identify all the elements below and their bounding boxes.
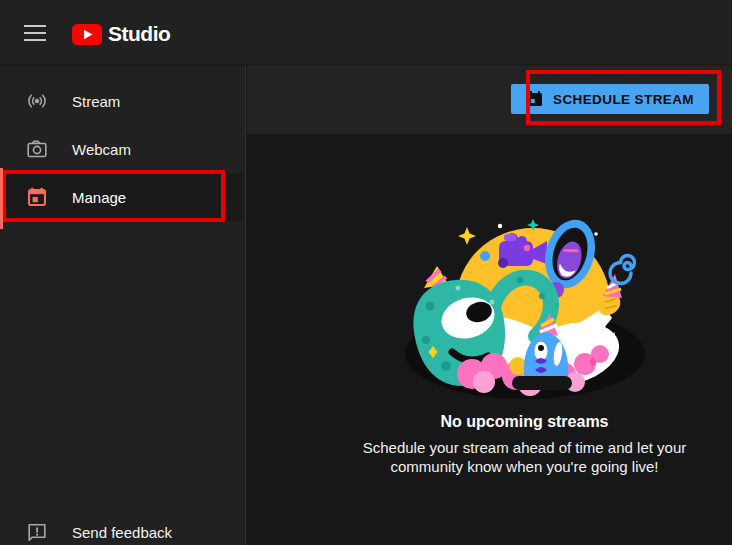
sidebar-item-stream[interactable]: Stream xyxy=(0,77,244,125)
youtube-logo-icon xyxy=(72,24,102,45)
empty-state-illustration xyxy=(400,214,650,399)
feedback-icon xyxy=(25,520,49,544)
schedule-stream-button[interactable]: SCHEDULE STREAM xyxy=(511,84,709,114)
sidebar: Stream Webcam Ma xyxy=(0,64,246,545)
app-title: Studio xyxy=(108,22,170,46)
youtube-studio-window: { "topbar": { "app_title": "Studio" }, "… xyxy=(0,0,732,545)
sidebar-item-label: Webcam xyxy=(72,141,131,158)
sidebar-item-webcam[interactable]: Webcam xyxy=(0,125,244,173)
calendar-icon xyxy=(25,185,49,209)
main-content: No upcoming streams Schedule your stream… xyxy=(247,134,732,545)
sidebar-item-label: Manage xyxy=(72,189,126,206)
topbar: Studio xyxy=(0,0,732,64)
sidebar-item-send-feedback[interactable]: Send feedback xyxy=(0,508,244,545)
broadcast-icon xyxy=(25,89,49,113)
sidebar-item-manage[interactable]: Manage xyxy=(0,173,244,221)
sidebar-item-label: Stream xyxy=(72,93,120,110)
schedule-stream-button-label: SCHEDULE STREAM xyxy=(553,92,694,107)
studio-logo[interactable]: Studio xyxy=(72,22,170,46)
content-header: SCHEDULE STREAM xyxy=(247,64,732,134)
empty-state-description: Schedule your stream ahead of time and l… xyxy=(346,438,704,476)
empty-state-title: No upcoming streams xyxy=(440,413,608,431)
calendar-icon xyxy=(526,90,544,108)
hamburger-menu-icon[interactable] xyxy=(24,25,46,40)
camera-icon xyxy=(25,137,49,161)
sparkle-star xyxy=(458,227,476,245)
sidebar-item-label: Send feedback xyxy=(72,524,172,541)
empty-state: No upcoming streams Schedule your stream… xyxy=(317,214,732,476)
active-item-indicator xyxy=(0,168,3,229)
